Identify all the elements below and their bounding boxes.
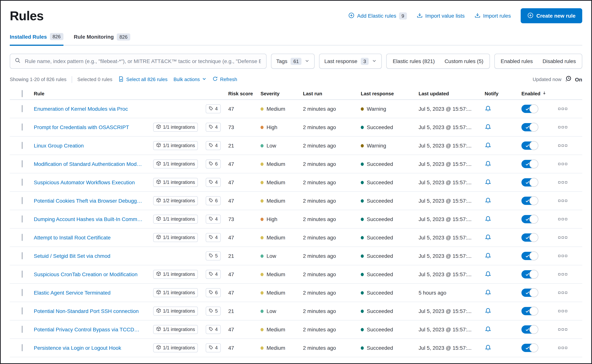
refresh-button[interactable]: Refresh: [212, 76, 237, 83]
row-checkbox[interactable]: [22, 289, 23, 296]
rule-link[interactable]: Persistence via Login or Logout Hook: [34, 345, 143, 351]
rule-link[interactable]: Modification of Standard Authentication …: [34, 161, 143, 167]
row-actions-button[interactable]: [558, 200, 567, 202]
enabled-toggle[interactable]: [521, 344, 538, 352]
enabled-toggle[interactable]: [521, 142, 538, 150]
integrations-badge[interactable]: 1/1 integrations: [153, 233, 198, 242]
select-all-rules-button[interactable]: Select all 826 rules: [118, 76, 168, 83]
row-actions-button[interactable]: [558, 108, 567, 110]
enabled-toggle[interactable]: [521, 325, 538, 334]
row-actions-button[interactable]: [558, 347, 567, 349]
column-header-risk-score[interactable]: Risk score: [228, 91, 261, 97]
rule-link[interactable]: Dumping Account Hashes via Built-In Comm…: [34, 216, 143, 222]
tags-badge[interactable]: 4: [206, 178, 221, 187]
integrations-badge[interactable]: 1/2 integrations: [153, 196, 198, 205]
row-actions-button[interactable]: [558, 273, 567, 275]
rule-link[interactable]: Enumeration of Kernel Modules via Proc: [34, 106, 143, 112]
row-actions-button[interactable]: [558, 218, 567, 220]
row-checkbox[interactable]: [22, 307, 23, 314]
notify-bell-icon[interactable]: [485, 161, 521, 167]
row-checkbox[interactable]: [22, 105, 23, 112]
row-checkbox[interactable]: [22, 215, 23, 222]
import-rules-button[interactable]: Import rules: [474, 12, 511, 19]
integrations-badge[interactable]: 1/1 integrations: [153, 343, 198, 352]
notify-bell-icon[interactable]: [485, 344, 521, 351]
enabled-toggle[interactable]: [521, 105, 538, 113]
row-actions-button[interactable]: [558, 144, 567, 147]
tags-badge[interactable]: 4: [206, 141, 221, 150]
row-checkbox[interactable]: [22, 124, 23, 130]
enabled-rules-filter[interactable]: Enabled rules: [500, 58, 533, 64]
select-all-checkbox[interactable]: [22, 90, 23, 97]
notify-bell-icon[interactable]: [485, 105, 521, 112]
row-actions-button[interactable]: [558, 236, 567, 239]
column-header-notify[interactable]: Notify: [485, 91, 521, 97]
notify-bell-icon[interactable]: [485, 253, 521, 259]
rule-link[interactable]: Attempt to Install Root Certificate: [34, 234, 143, 240]
row-checkbox[interactable]: [22, 234, 23, 241]
notify-bell-icon[interactable]: [485, 326, 521, 333]
auto-refresh-toggle[interactable]: On: [575, 76, 582, 82]
tags-filter-button[interactable]: Tags 61: [271, 54, 315, 69]
tags-badge[interactable]: 4: [206, 104, 221, 113]
row-actions-button[interactable]: [558, 292, 567, 294]
notify-bell-icon[interactable]: [485, 142, 521, 149]
rule-link[interactable]: Potential Cookies Theft via Browser Debu…: [34, 198, 143, 204]
row-checkbox[interactable]: [22, 252, 23, 259]
rule-search-input[interactable]: [24, 58, 262, 65]
row-actions-button[interactable]: [558, 181, 567, 183]
rule-link[interactable]: Prompt for Credentials with OSASCRIPT: [34, 124, 143, 130]
enabled-toggle[interactable]: [521, 178, 538, 187]
row-actions-button[interactable]: [558, 126, 567, 128]
rule-link[interactable]: Setuid / Setgid Bit Set via chmod: [34, 253, 143, 259]
tab-installed-rules[interactable]: Installed Rules 826: [10, 33, 63, 46]
column-header-rule[interactable]: Rule: [34, 91, 228, 97]
row-checkbox[interactable]: [22, 344, 23, 351]
rule-link[interactable]: Potential Non-Standard Port SSH connecti…: [34, 308, 143, 314]
tags-badge[interactable]: 6: [206, 159, 221, 169]
rule-link[interactable]: Potential Privacy Control Bypass via TCC…: [34, 326, 143, 332]
tags-badge[interactable]: 4: [206, 233, 221, 242]
notify-bell-icon[interactable]: [485, 197, 521, 204]
custom-rules-filter[interactable]: Custom rules (5): [444, 58, 483, 64]
integrations-badge[interactable]: 1/1 integrations: [153, 270, 198, 279]
enabled-toggle[interactable]: [521, 307, 538, 315]
tags-badge[interactable]: 6: [206, 196, 221, 205]
tags-badge[interactable]: 4: [206, 343, 221, 352]
enabled-toggle[interactable]: [521, 215, 538, 223]
create-new-rule-button[interactable]: Create new rule: [520, 8, 582, 23]
integrations-badge[interactable]: 1/1 integrations: [153, 215, 198, 224]
row-checkbox[interactable]: [22, 271, 23, 278]
integrations-badge[interactable]: 1/1 integrations: [153, 178, 198, 187]
tags-badge[interactable]: 5: [206, 307, 221, 316]
rule-link[interactable]: Suspicious Automator Workflows Execution: [34, 179, 143, 185]
rule-link[interactable]: Suspicious CronTab Creation or Modificat…: [34, 271, 143, 277]
bulk-actions-button[interactable]: Bulk actions: [173, 77, 206, 82]
column-header-last-response[interactable]: Last response: [361, 91, 419, 97]
enabled-toggle[interactable]: [521, 123, 538, 131]
add-elastic-rules-button[interactable]: Add Elastic rules 9: [349, 12, 407, 19]
integrations-badge[interactable]: 1/1 integrations: [153, 123, 198, 132]
tags-badge[interactable]: 4: [206, 215, 221, 224]
notify-bell-icon[interactable]: [485, 271, 521, 278]
row-actions-button[interactable]: [558, 163, 567, 165]
disabled-rules-filter[interactable]: Disabled rules: [543, 58, 576, 64]
row-checkbox[interactable]: [22, 197, 23, 204]
notify-bell-icon[interactable]: [485, 179, 521, 186]
row-checkbox[interactable]: [22, 142, 23, 149]
column-header-severity[interactable]: Severity: [261, 91, 303, 97]
integrations-badge[interactable]: 1/1 integrations: [153, 288, 198, 297]
integrations-badge[interactable]: 1/1 integrations: [153, 307, 198, 316]
notify-bell-icon[interactable]: [485, 289, 521, 296]
elastic-rules-filter[interactable]: Elastic rules (821): [393, 58, 435, 64]
last-response-filter-button[interactable]: Last response 3: [319, 54, 382, 69]
row-actions-button[interactable]: [558, 255, 567, 257]
tab-rule-monitoring[interactable]: Rule Monitoring 826: [74, 33, 130, 45]
notify-bell-icon[interactable]: [485, 234, 521, 241]
tags-badge[interactable]: 4: [206, 270, 221, 279]
column-header-last-updated[interactable]: Last updated: [419, 91, 485, 97]
row-actions-button[interactable]: [558, 310, 567, 312]
row-checkbox[interactable]: [22, 326, 23, 333]
enabled-toggle[interactable]: [521, 197, 538, 205]
column-header-last-run[interactable]: Last run: [303, 91, 361, 97]
